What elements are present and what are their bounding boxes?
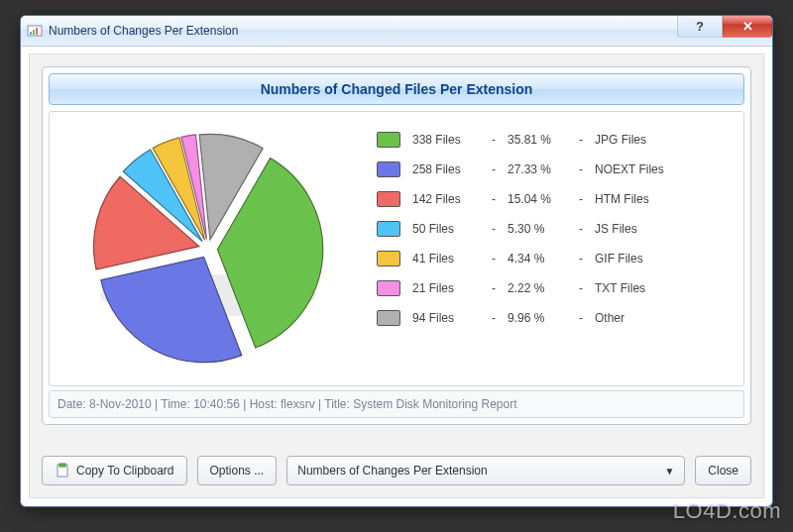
legend-dash: - [492,192,508,206]
pie-chart [79,120,337,377]
legend-percent: 27.33 % [508,162,579,176]
svg-rect-2 [33,30,35,35]
watermark: LO4D.com [673,498,781,524]
options-label: Options ... [210,464,265,478]
legend-swatch [377,191,400,207]
close-icon: ✕ [742,19,753,34]
help-button[interactable]: ? [677,16,723,38]
close-button[interactable]: Close [695,456,751,485]
legend-swatch [377,221,400,237]
legend-label: GIF Files [595,252,734,266]
legend-row: 41 Files-4.34 %-GIF Files [377,251,734,266]
legend-files: 41 Files [412,252,492,266]
legend-dash: - [492,162,508,176]
legend-files: 258 Files [412,162,492,176]
report-footer: Date: 8-Nov-2010 | Time: 10:40:56 | Host… [49,390,744,418]
legend-dash: - [579,222,595,236]
legend-percent: 9.96 % [508,311,579,325]
legend-label: NOEXT Files [595,162,734,176]
close-label: Close [708,464,738,478]
legend-percent: 4.34 % [508,252,579,266]
svg-rect-1 [30,32,32,35]
chart-area: 338 Files-35.81 %-JPG Files258 Files-27.… [49,111,744,386]
panel-header: Numbers of Changed Files Per Extension [49,73,744,105]
legend-row: 21 Files-2.22 %-TXT Files [377,280,734,296]
toolbar: Copy To Clipboard Options ... Numbers of… [42,456,751,485]
legend-label: Other [595,311,734,325]
legend-swatch [377,251,400,266]
legend-dash: - [579,133,595,147]
legend-files: 142 Files [412,192,492,206]
svg-rect-6 [59,464,65,467]
clipboard-icon [55,463,70,479]
legend-dash: - [492,133,508,147]
legend-label: JS Files [595,222,734,236]
legend-row: 258 Files-27.33 %-NOEXT Files [377,161,734,177]
legend-percent: 35.81 % [508,133,579,147]
legend-dash: - [492,252,508,266]
svg-rect-3 [36,28,38,35]
legend-swatch [377,132,400,148]
dialog-window: Numbers of Changes Per Extension ? ✕ Num… [20,15,773,507]
legend-row: 50 Files-5.30 %-JS Files [377,221,734,237]
legend-swatch [377,280,400,296]
legend-dash: - [579,311,595,325]
legend-percent: 15.04 % [508,192,579,206]
legend-dash: - [579,162,595,176]
pie-slice [101,257,242,362]
titlebar[interactable]: Numbers of Changes Per Extension ? ✕ [21,16,772,47]
window-controls: ? ✕ [677,16,772,38]
legend-label: TXT Files [595,281,734,295]
legend-dash: - [492,222,508,236]
legend-percent: 5.30 % [508,222,579,236]
pie-chart-container [50,112,367,385]
legend-dash: - [492,281,508,295]
footer-text: Date: 8-Nov-2010 | Time: 10:40:56 | Host… [57,397,517,411]
options-button[interactable]: Options ... [197,456,278,485]
window-title: Numbers of Changes Per Extension [49,24,238,38]
legend-files: 338 Files [412,133,492,147]
client-area: Numbers of Changed Files Per Extension 3… [29,53,764,498]
copy-to-clipboard-button[interactable]: Copy To Clipboard [42,456,187,485]
chevron-down-icon: ▼ [664,466,674,477]
help-icon: ? [696,19,704,34]
legend-files: 50 Files [412,222,492,236]
legend-dash: - [579,281,595,295]
select-value: Numbers of Changes Per Extension [297,464,487,478]
window-close-button[interactable]: ✕ [723,16,772,38]
legend-swatch [377,310,400,326]
legend-row: 142 Files-15.04 %-HTM Files [377,191,734,207]
legend-dash: - [492,311,508,325]
panel-title: Numbers of Changed Files Per Extension [261,81,533,97]
legend-dash: - [579,252,595,266]
legend-row: 94 Files-9.96 %-Other [377,310,734,326]
copy-label: Copy To Clipboard [76,464,174,478]
legend-files: 94 Files [412,311,492,325]
legend-row: 338 Files-35.81 %-JPG Files [377,132,734,148]
report-panel: Numbers of Changed Files Per Extension 3… [42,66,751,425]
legend-files: 21 Files [412,281,492,295]
legend: 338 Files-35.81 %-JPG Files258 Files-27.… [367,112,743,385]
legend-label: HTM Files [595,192,734,206]
legend-swatch [377,161,400,177]
legend-percent: 2.22 % [508,281,579,295]
app-icon [27,23,43,39]
legend-dash: - [579,192,595,206]
report-select[interactable]: Numbers of Changes Per Extension ▼ [286,456,685,485]
legend-label: JPG Files [595,133,734,147]
